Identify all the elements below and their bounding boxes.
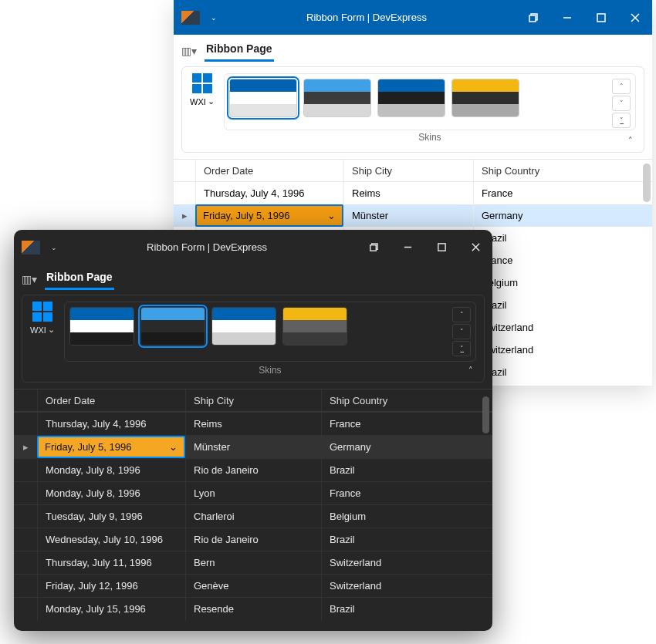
cell-order-date[interactable]: Friday, July 12, 1996	[37, 575, 185, 597]
cell-ship-country[interactable]: Switzerland	[321, 575, 492, 597]
table-row[interactable]: ▸Friday, July 5, 1996⌄MünsterGermany	[174, 204, 652, 227]
cell-ship-city[interactable]: Rio de Janeiro	[185, 528, 321, 551]
column-header[interactable]: Ship Country	[473, 160, 652, 181]
cell-ship-country[interactable]: Germany	[473, 204, 652, 227]
skin-swatch[interactable]	[140, 307, 205, 346]
skin-swatch[interactable]	[229, 79, 297, 117]
gallery-expand-button[interactable]: ˅̲	[452, 341, 471, 356]
table-row[interactable]: ▸Friday, July 5, 1996⌄MünsterGermany	[14, 435, 492, 458]
restore-down-button[interactable]	[357, 230, 391, 265]
cell-ship-city[interactable]: Reims	[185, 413, 321, 435]
cell-order-date[interactable]: Wednesday, July 10, 1996	[37, 528, 185, 551]
gallery-up-button[interactable]: ˄	[452, 307, 471, 322]
cell-ship-country[interactable]: France	[473, 182, 652, 204]
vertical-scrollbar[interactable]	[643, 164, 651, 202]
column-header[interactable]: Order Date	[195, 160, 343, 181]
table-row[interactable]: Friday, July 12, 1996GenèveSwitzerland	[14, 574, 492, 597]
table-row[interactable]: Monday, July 8, 1996LyonFrance	[14, 481, 492, 504]
svg-rect-2	[597, 14, 605, 22]
table-row[interactable]: Thursday, July 4, 1996ReimsFrance	[174, 182, 652, 204]
ribbon-tab[interactable]: Ribbon Page	[205, 39, 274, 62]
cell-ship-country[interactable]: Belgium	[473, 271, 652, 294]
cell-ship-city[interactable]: Münster	[185, 436, 321, 458]
cell-ship-country[interactable]: Germany	[321, 436, 492, 458]
chevron-down-icon[interactable]: ⌄	[169, 441, 178, 453]
row-indicator: ▸	[174, 210, 195, 221]
titlebar[interactable]: ⌄ Ribbon Form | DevExpress	[174, 0, 652, 35]
cell-order-date[interactable]: Monday, July 15, 1996	[37, 598, 185, 620]
layout-options-icon[interactable]: ▥▾	[181, 45, 197, 57]
vertical-scrollbar[interactable]	[482, 396, 489, 433]
column-header[interactable]: Ship City	[185, 389, 321, 411]
cell-ship-country[interactable]: Brazil	[321, 459, 492, 481]
close-button[interactable]	[618, 0, 652, 35]
skin-swatch[interactable]	[303, 79, 371, 117]
cell-order-date[interactable]: Thursday, July 4, 1996	[195, 182, 343, 204]
cell-ship-country[interactable]: France	[321, 413, 492, 435]
skin-swatch[interactable]	[377, 79, 445, 117]
cell-ship-country[interactable]: Switzerland	[473, 316, 652, 339]
skin-swatch[interactable]	[282, 307, 347, 346]
table-row[interactable]: Thursday, July 11, 1996BernSwitzerland	[14, 551, 492, 574]
cell-order-date[interactable]: Friday, July 5, 1996⌄	[195, 204, 343, 227]
gallery-expand-button[interactable]: ˅̲	[612, 113, 631, 128]
cell-order-date[interactable]: Monday, July 8, 1996	[37, 459, 185, 481]
cell-ship-city[interactable]: Charleroi	[185, 505, 321, 528]
cell-ship-country[interactable]: Brazil	[473, 361, 652, 383]
cell-ship-country[interactable]: Brazil	[473, 227, 652, 249]
cell-order-date[interactable]: Tuesday, July 9, 1996	[37, 505, 185, 528]
cell-ship-city[interactable]: Münster	[343, 204, 473, 227]
cell-order-date[interactable]: Thursday, July 4, 1996	[37, 413, 185, 435]
cell-ship-country[interactable]: France	[321, 482, 492, 504]
qa-dropdown-icon[interactable]: ⌄	[211, 14, 217, 22]
cell-ship-country[interactable]: France	[473, 249, 652, 271]
cell-ship-country[interactable]: Switzerland	[321, 551, 492, 574]
wxi-icon[interactable]	[32, 302, 52, 322]
wxi-label[interactable]: WXI⌄	[30, 325, 55, 335]
cell-ship-city[interactable]: Bern	[185, 551, 321, 574]
cell-ship-country[interactable]: Brazil	[321, 598, 492, 620]
table-row[interactable]: Thursday, July 4, 1996ReimsFrance	[14, 412, 492, 435]
cell-ship-city[interactable]: Resende	[185, 598, 321, 620]
titlebar[interactable]: ⌄ Ribbon Form | DevExpress	[14, 230, 492, 265]
cell-ship-country[interactable]: Belgium	[321, 505, 492, 528]
wxi-icon[interactable]	[192, 73, 212, 93]
minimize-button[interactable]	[550, 0, 584, 35]
collapse-ribbon-icon[interactable]: ˄	[628, 136, 633, 146]
maximize-button[interactable]	[584, 0, 618, 35]
cell-ship-city[interactable]: Genève	[185, 575, 321, 597]
column-header[interactable]: Order Date	[37, 389, 185, 411]
gallery-down-button[interactable]: ˅	[452, 324, 471, 339]
cell-ship-country[interactable]: Brazil	[321, 528, 492, 551]
skin-swatch[interactable]	[211, 307, 276, 346]
cell-ship-city[interactable]: Rio de Janeiro	[185, 459, 321, 481]
collapse-ribbon-icon[interactable]: ˄	[468, 366, 473, 376]
gallery-up-button[interactable]: ˄	[612, 79, 631, 94]
wxi-label[interactable]: WXI⌄	[190, 96, 215, 106]
column-header[interactable]: Ship Country	[321, 389, 492, 411]
skin-swatch[interactable]	[69, 307, 134, 346]
skins-gallery: ˄ ˅ ˅̲	[64, 302, 476, 362]
cell-order-date[interactable]: Thursday, July 11, 1996	[37, 551, 185, 574]
ribbon-tab[interactable]: Ribbon Page	[45, 268, 114, 290]
table-row[interactable]: Monday, July 8, 1996Rio de JaneiroBrazil	[14, 458, 492, 481]
cell-order-date[interactable]: Monday, July 8, 1996	[37, 482, 185, 504]
qa-dropdown-icon[interactable]: ⌄	[51, 244, 57, 251]
cell-ship-country[interactable]: Brazil	[473, 294, 652, 316]
minimize-button[interactable]	[391, 230, 424, 265]
cell-ship-country[interactable]: Switzerland	[473, 339, 652, 361]
maximize-button[interactable]	[424, 230, 458, 265]
layout-options-icon[interactable]: ▥▾	[22, 273, 37, 285]
table-row[interactable]: Tuesday, July 9, 1996CharleroiBelgium	[14, 504, 492, 528]
cell-ship-city[interactable]: Reims	[343, 182, 473, 204]
close-button[interactable]	[458, 230, 492, 265]
column-header[interactable]: Ship City	[343, 160, 473, 181]
table-row[interactable]: Monday, July 15, 1996ResendeBrazil	[14, 597, 492, 620]
table-row[interactable]: Wednesday, July 10, 1996Rio de JaneiroBr…	[14, 528, 492, 551]
restore-down-button[interactable]	[516, 0, 550, 35]
gallery-down-button[interactable]: ˅	[612, 96, 631, 111]
skin-swatch[interactable]	[451, 79, 519, 117]
chevron-down-icon[interactable]: ⌄	[327, 210, 336, 221]
cell-ship-city[interactable]: Lyon	[185, 482, 321, 504]
cell-order-date[interactable]: Friday, July 5, 1996⌄	[37, 436, 185, 458]
